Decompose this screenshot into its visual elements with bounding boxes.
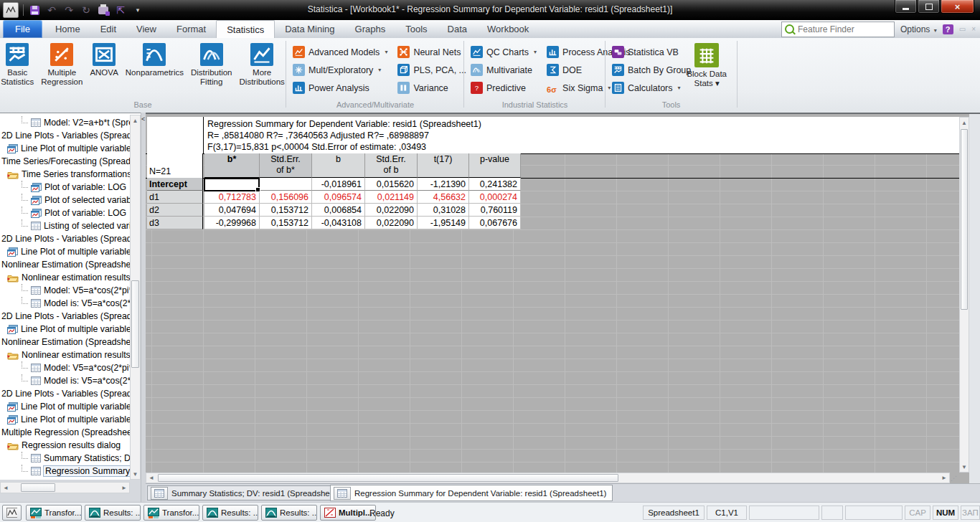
data-cell[interactable]: 0,006854 xyxy=(312,204,365,217)
feature-finder-input[interactable]: Feature Finder xyxy=(781,22,895,37)
tree-item[interactable]: Summary Statistics; DV: re xyxy=(0,452,130,465)
column-header-p-value[interactable]: p-value xyxy=(469,153,521,178)
tree-item[interactable]: Model: V5=a*cos(2*pi*t/4) xyxy=(0,284,130,297)
tree-item[interactable]: Line Plot of multiple variables xyxy=(0,400,130,413)
data-cell[interactable]: 0,156096 xyxy=(260,191,312,204)
ribbon-button-neural-nets[interactable]: Neural Nets xyxy=(397,46,466,58)
row-header-d3[interactable]: d3 xyxy=(147,217,203,229)
data-cell[interactable]: 0,022090 xyxy=(365,217,418,229)
data-cell[interactable]: 0,096574 xyxy=(312,191,365,204)
tab-workbook[interactable]: Workbook xyxy=(477,20,539,38)
tab-edit[interactable]: Edit xyxy=(90,20,126,38)
tab-file[interactable]: File xyxy=(3,20,42,38)
sheet-horizontal-scrollbar[interactable]: ◄► xyxy=(146,473,950,483)
column-header-b-[interactable]: b* xyxy=(204,153,260,178)
scroll-down-icon[interactable]: ▼ xyxy=(960,462,969,471)
sheet-vertical-scrollbar[interactable]: ▲▼ xyxy=(959,117,969,473)
restore-button[interactable] xyxy=(918,0,940,14)
tree-item[interactable]: Plot of variable: LOG xyxy=(0,181,130,194)
data-cell[interactable]: -0,043108 xyxy=(312,217,365,229)
ribbon-button-distribution-fitting[interactable]: Distribution Fitting xyxy=(187,41,236,87)
mdi-minimize-icon[interactable]: ▭ xyxy=(959,25,966,33)
tree-item[interactable]: Nonlinear estimation results c xyxy=(0,348,130,361)
tree-item[interactable]: Listing of selected variable xyxy=(0,219,130,232)
scroll-right-icon[interactable]: ► xyxy=(120,483,128,493)
tab-statistics[interactable]: Statistics xyxy=(216,20,275,38)
tree-item[interactable]: Line Plot of multiple variables xyxy=(0,413,130,426)
ribbon-button-mult-exploratory[interactable]: Mult/Exploratory▾ xyxy=(293,64,387,76)
tree-item[interactable]: Nonlinear Estimation (Spreadshee xyxy=(0,258,130,271)
tree-item[interactable]: Model: V2=a+b*t (Spreads xyxy=(0,116,130,129)
data-cell[interactable]: 0,153712 xyxy=(260,217,312,229)
data-cell[interactable]: 0,067676 xyxy=(469,217,521,229)
tree-item[interactable]: Model: V5=a*cos(2*pi*t/4) xyxy=(0,361,130,374)
ribbon-button-block-data-stats[interactable]: Block Data Stats ▾ xyxy=(683,41,730,88)
tree-item[interactable]: Nonlinear Estimation (Spreadshee xyxy=(0,336,130,348)
tab-view[interactable]: View xyxy=(126,20,166,38)
ribbon-button-nonparametrics[interactable]: Nonparametrics xyxy=(122,41,187,77)
ribbon-button-variance[interactable]: Variance xyxy=(397,82,466,94)
ribbon-button-multivariate[interactable]: Multivariate xyxy=(471,64,537,76)
data-cell[interactable]: 4,56632 xyxy=(418,191,469,204)
options-button[interactable]: Options ▾ xyxy=(900,24,937,34)
data-cell[interactable]: 0,31028 xyxy=(418,204,469,217)
collapse-tree-icon[interactable]: < xyxy=(141,115,145,123)
tree-item[interactable]: 2D Line Plots - Variables (Spreads xyxy=(0,310,130,323)
data-cell[interactable]: 0,021149 xyxy=(365,191,418,204)
data-cell[interactable]: 0,047694 xyxy=(204,204,260,217)
scroll-thumb[interactable] xyxy=(21,483,55,492)
row-header-intercept[interactable]: Intercept xyxy=(147,178,203,191)
scroll-left-icon[interactable]: ◄ xyxy=(147,473,156,483)
ribbon-button-anova[interactable]: ANOVA xyxy=(86,41,121,77)
scroll-up-icon[interactable]: ▲ xyxy=(131,116,140,125)
ribbon-button-power-analysis[interactable]: Power Analysis xyxy=(293,82,387,94)
tree-item[interactable]: Plot of variable: LOG xyxy=(0,207,130,219)
tab-data[interactable]: Data xyxy=(438,20,477,38)
ribbon-button-more-distributions[interactable]: More Distributions xyxy=(236,41,288,87)
scroll-left-icon[interactable]: ◄ xyxy=(1,483,10,493)
data-cell[interactable]: 0,022090 xyxy=(365,204,418,217)
data-cell[interactable]: 0,153712 xyxy=(260,204,312,217)
document-tab[interactable]: Summary Statistics; DV: resid1 (Spreadsh… xyxy=(147,485,351,500)
ribbon-button-basic-statistics[interactable]: Basic Statistics xyxy=(0,41,37,87)
tree-vertical-scrollbar[interactable]: ▲▼ xyxy=(130,115,141,480)
scroll-right-icon[interactable]: ► xyxy=(940,473,948,483)
tree-item[interactable]: 2D Line Plots - Variables (Spreads xyxy=(0,129,130,142)
ribbon-button-pls-pca-[interactable]: PLS, PCA, ... xyxy=(397,64,466,76)
status-window-button-transfor[interactable]: Transfor... xyxy=(26,505,82,521)
column-header-t-17-[interactable]: t(17) xyxy=(418,153,469,178)
tree-item[interactable]: Model is: V5=a*cos(2*pi*t, xyxy=(0,297,130,310)
ribbon-button-predictive[interactable]: ?Predictive xyxy=(471,82,537,94)
status-window-button-transfor[interactable]: Transfor... xyxy=(143,505,199,521)
tab-home[interactable]: Home xyxy=(45,20,90,38)
status-window-button-results[interactable]: Results: ... xyxy=(85,505,141,521)
column-header-std-err-[interactable]: Std.Err.of b xyxy=(365,153,418,178)
scroll-down-icon[interactable]: ▼ xyxy=(131,470,140,478)
column-header-b[interactable]: b xyxy=(312,153,365,178)
tree-horizontal-scrollbar[interactable]: ◄► xyxy=(0,482,130,493)
status-window-button-results[interactable]: Results: ... xyxy=(261,505,317,521)
selected-cell[interactable] xyxy=(204,178,260,191)
data-cell[interactable]: 0,000274 xyxy=(469,191,521,204)
minimize-button[interactable] xyxy=(895,0,917,14)
tree-item[interactable]: Model is: V5=a*cos(2*pi*t, xyxy=(0,374,130,387)
tree-item[interactable]: Multiple Regression (Spreadsheet xyxy=(0,426,130,439)
data-cell[interactable]: 0,760119 xyxy=(469,204,521,217)
tab-tools[interactable]: Tools xyxy=(395,20,437,38)
data-cell[interactable]: -0,299968 xyxy=(204,217,260,229)
scroll-thumb[interactable] xyxy=(158,474,618,482)
data-cell[interactable]: -1,21390 xyxy=(418,178,469,191)
ribbon-button-qc-charts[interactable]: QC Charts▾ xyxy=(471,46,537,58)
status-window-button-multipl[interactable]: Multipl... xyxy=(320,505,376,521)
tree-item[interactable]: Plot of selected variables ( xyxy=(0,194,130,207)
scroll-thumb[interactable] xyxy=(131,280,139,368)
mdi-close-icon[interactable]: × xyxy=(971,25,976,33)
tree-item[interactable]: Regression Summary for D xyxy=(0,465,130,478)
tree-item[interactable]: Time Series transformations d xyxy=(0,168,130,181)
scroll-up-icon[interactable]: ▲ xyxy=(960,118,969,127)
tree-item[interactable]: Line Plot of multiple variables xyxy=(0,142,130,155)
tab-data-mining[interactable]: Data Mining xyxy=(275,20,344,38)
document-tab[interactable]: Regression Summary for Dependent Variabl… xyxy=(330,485,613,501)
data-cell[interactable]: 0,712783 xyxy=(204,191,260,204)
tree-item[interactable]: Line Plot of multiple variables xyxy=(0,323,130,336)
